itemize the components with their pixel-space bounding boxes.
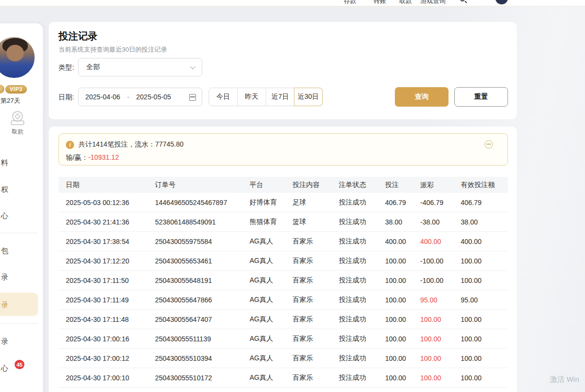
cell-date: 2025-04-30 17:12:20	[66, 257, 155, 265]
winloss-label: 输/赢：	[66, 153, 88, 161]
table-row: 2025-04-30 17:38:54 250430055975584 AG真人…	[58, 232, 508, 251]
cell-date: 2025-04-30 17:00:16	[66, 335, 155, 343]
cell-platform: AG真人	[250, 276, 292, 285]
search-button[interactable]: 查询	[395, 87, 448, 107]
table-row: 2025-04-30 17:11:48 250430055647407 AG真人…	[58, 310, 508, 329]
cell-content: 百家乐	[292, 315, 339, 324]
nav-game-search[interactable]: 游戏查询	[420, 0, 446, 5]
cell-order: 250430055510172	[155, 374, 250, 382]
nav-transfer[interactable]: 转账	[373, 0, 386, 5]
quick-30days-button[interactable]: 近30日	[294, 88, 323, 106]
cell-bet: 100.00	[385, 277, 420, 284]
type-select[interactable]: 全部	[78, 58, 202, 76]
sidebar-withdraw-shortcut[interactable]: 取款	[7, 110, 28, 136]
header-content: 投注内容	[292, 181, 339, 189]
sidebar-item-transaction-records[interactable]: 录	[0, 271, 38, 283]
cell-date: 2025-04-30 17:11:49	[66, 296, 155, 304]
avatar[interactable]	[0, 36, 36, 79]
cell-status: 投注成功	[339, 315, 385, 324]
cell-date: 2025-04-30 17:00:12	[66, 355, 155, 362]
user-avatar-topbar[interactable]	[495, 0, 508, 4]
table-row: 2025-04-30 17:00:12 250430055510394 AG真人…	[58, 349, 508, 368]
cell-platform: AG真人	[250, 296, 292, 304]
cell-valid-bet: 38.00	[461, 218, 501, 226]
cell-content: 百家乐	[292, 237, 339, 246]
table-row: 2025-04-30 17:11:50 250430055648191 AG真人…	[58, 271, 508, 290]
header-status: 注单状态	[339, 181, 385, 189]
cell-status: 投注成功	[339, 237, 385, 246]
cell-status: 投注成功	[339, 335, 385, 343]
cell-valid-bet: 100.00	[461, 335, 501, 343]
table-row: 2025-04-30 17:12:20 250430055653461 AG真人…	[58, 251, 508, 271]
header-date: 日期	[66, 181, 155, 189]
sidebar-item-bet-records-active[interactable]: 录	[0, 299, 38, 311]
calendar-icon	[189, 94, 196, 101]
header-platform: 平台	[250, 181, 292, 189]
collapse-icon[interactable]	[485, 140, 493, 149]
cell-payout: 95.00	[420, 296, 461, 304]
cell-order: 5238061488549091	[155, 218, 250, 226]
cell-bet: 38.00	[385, 218, 420, 226]
cell-payout: 100.00	[420, 355, 461, 362]
table-row: 2025-05-03 00:12:36 1446496505245467897 …	[58, 193, 508, 212]
sidebar-item-privileges[interactable]: 权	[0, 184, 38, 195]
cell-content: 百家乐	[292, 296, 339, 304]
header-payout: 派彩	[420, 181, 461, 189]
cell-date: 2025-05-03 00:12:36	[66, 199, 155, 206]
sidebar-item-center[interactable]: 心	[0, 210, 38, 222]
winloss-value: -10931.12	[88, 153, 119, 161]
cell-status: 投注成功	[339, 198, 385, 207]
cell-bet: 100.00	[385, 296, 420, 304]
cell-bet: 100.00	[385, 355, 420, 362]
search-icon[interactable]	[460, 0, 465, 1]
nav-deposit[interactable]: 存款	[344, 0, 356, 5]
cell-platform: 熊猫体育	[250, 218, 292, 226]
sidebar-item-profile[interactable]: 料	[0, 157, 38, 168]
chevron-down-icon	[190, 64, 195, 69]
cell-payout: 100.00	[420, 316, 461, 323]
cell-status: 投注成功	[339, 296, 385, 304]
vip-day-count: 第27天	[0, 96, 20, 105]
cell-payout: 100.00	[420, 374, 461, 382]
cell-status: 投注成功	[339, 276, 385, 285]
summary-line1: i 共计1414笔投注，流水：77745.80	[66, 140, 184, 149]
date-end-value: 2025-05-05	[136, 93, 171, 101]
info-icon: i	[66, 141, 74, 149]
vip-badge: VIP3	[5, 85, 27, 93]
page-title: 投注记录	[58, 30, 98, 43]
reset-button[interactable]: 重置	[454, 87, 508, 107]
cell-content: 百家乐	[292, 335, 339, 343]
windows-activation-watermark: 激活 Win	[550, 375, 579, 384]
cell-payout: 400.00	[420, 238, 461, 245]
vip-medal-icon	[0, 85, 4, 93]
cell-valid-bet: 100.00	[461, 277, 501, 284]
cell-payout: 100.00	[420, 335, 461, 343]
type-select-value: 全部	[86, 63, 100, 72]
cell-valid-bet: 95.00	[461, 296, 501, 304]
quick-today-button[interactable]: 今日	[209, 88, 237, 106]
nav-withdraw[interactable]: 取款	[399, 0, 412, 5]
date-range-input[interactable]: 2025-04-06 - 2025-05-05	[78, 88, 202, 106]
table-header: 日期 订单号 平台 投注内容 注单状态 投注 派彩 有效投注额	[58, 177, 508, 193]
sidebar-item-redpacket[interactable]: 包	[0, 245, 38, 257]
cell-order: 250430055648191	[155, 277, 250, 284]
cell-status: 投注成功	[339, 373, 385, 382]
cell-date: 2025-04-30 21:41:36	[66, 218, 155, 226]
quick-yesterday-button[interactable]: 昨天	[237, 88, 266, 106]
cell-valid-bet: 400.00	[461, 238, 501, 245]
type-label: 类型:	[58, 63, 74, 72]
cell-order: 250430055510394	[155, 355, 250, 362]
cell-content: 百家乐	[292, 276, 339, 285]
cell-date: 2025-04-30 17:11:48	[66, 316, 155, 323]
cell-valid-bet: 100.00	[461, 257, 501, 265]
quick-7days-button[interactable]: 近7日	[266, 88, 294, 106]
cell-order: 250430055647407	[155, 316, 250, 323]
cell-order: 1446496505245467897	[155, 199, 250, 206]
cell-status: 投注成功	[339, 257, 385, 265]
quick-range-group: 今日 昨天 近7日 近30日	[209, 88, 323, 106]
cell-order: 250430055511139	[155, 335, 250, 343]
table-row: 2025-04-30 17:00:16 250430055511139 AG真人…	[58, 329, 508, 349]
cell-payout: -100.00	[420, 257, 461, 265]
sidebar-item-other-records[interactable]: 录	[0, 336, 38, 347]
top-navbar: 存款 转账 取款 游戏查询	[0, 0, 585, 6]
